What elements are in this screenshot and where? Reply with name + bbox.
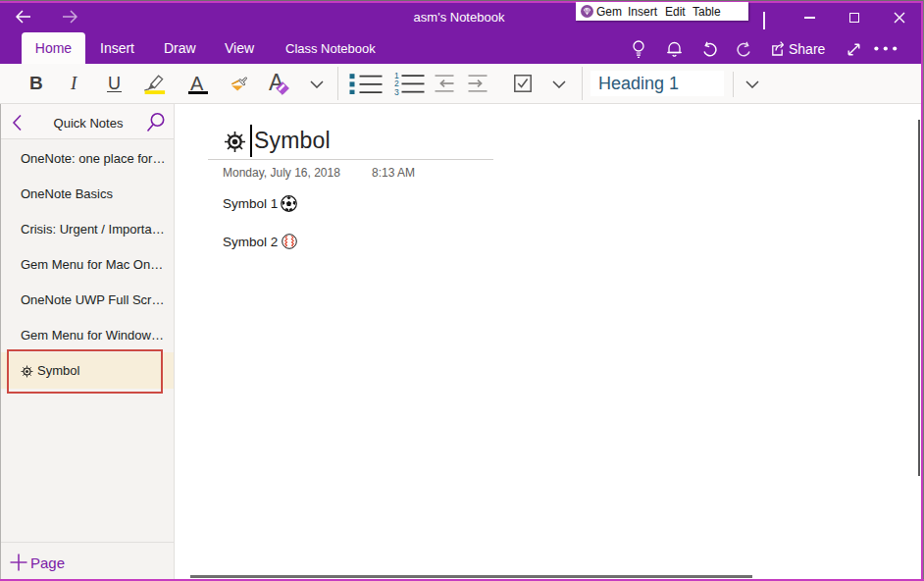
svg-text:3: 3 — [394, 87, 399, 95]
